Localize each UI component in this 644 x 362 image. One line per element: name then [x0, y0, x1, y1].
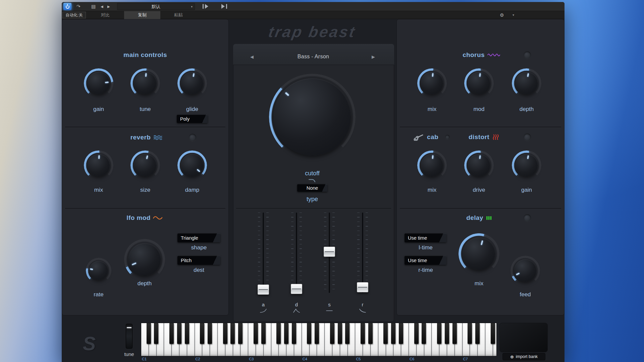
reverb-damp-knob[interactable]: [177, 150, 207, 180]
piano-black-key[interactable]: [200, 323, 204, 344]
tab-paste[interactable]: 粘贴: [168, 11, 189, 19]
glide-label: glide: [186, 106, 198, 113]
piano-black-key[interactable]: [284, 323, 288, 344]
piano-black-key[interactable]: [238, 323, 243, 344]
release-slider-handle[interactable]: [357, 282, 368, 292]
cutoff-knob[interactable]: [269, 74, 356, 160]
delay-enable-led[interactable]: [524, 214, 531, 222]
piano-black-key[interactable]: [208, 323, 212, 344]
piano-black-key[interactable]: [292, 323, 296, 344]
chorus-mod-label: mod: [473, 106, 484, 113]
chorus-mix-knob[interactable]: [417, 68, 447, 98]
toolbar-secondary: 自动化:关 对比 复制 粘贴 ⚙ ▾: [62, 11, 565, 19]
fx-drive-knob[interactable]: [464, 150, 494, 180]
cab-guitar-icon: [412, 133, 425, 141]
chorus-mod-knob[interactable]: [464, 68, 494, 98]
chorus-enable-led[interactable]: [524, 51, 531, 59]
automation-toggle[interactable]: 自动化:关: [62, 12, 86, 18]
pitch-wheel[interactable]: [126, 324, 132, 349]
piano-black-key[interactable]: [147, 323, 151, 344]
patch-prev-button[interactable]: ◀: [250, 54, 254, 59]
piano-black-key[interactable]: [338, 323, 342, 344]
piano-black-key[interactable]: [315, 323, 319, 344]
shape-dropdown[interactable]: Triangle: [177, 233, 220, 242]
import-bank-button[interactable]: ⊕ import bank: [502, 353, 545, 360]
gear-icon[interactable]: ⚙: [500, 11, 504, 19]
io-forward-button[interactable]: [203, 4, 212, 9]
ltime-dropdown[interactable]: Use time: [405, 233, 446, 242]
next-preset-icon[interactable]: ▶: [107, 2, 110, 11]
sustain-slider-handle[interactable]: [324, 247, 335, 257]
piano-black-key[interactable]: [399, 323, 403, 344]
reverb-mix-knob[interactable]: [84, 150, 113, 180]
chorus-depth-knob[interactable]: [512, 68, 541, 98]
lfo-rate-knob[interactable]: [86, 258, 111, 283]
tab-compare[interactable]: 对比: [95, 11, 115, 19]
piano-black-key[interactable]: [230, 323, 235, 344]
piano-keyboard[interactable]: [141, 323, 497, 356]
piano-black-key[interactable]: [169, 323, 174, 344]
piano-black-key[interactable]: [368, 323, 373, 344]
chevron-down-icon[interactable]: ▾: [513, 11, 514, 19]
piano-black-key[interactable]: [261, 323, 266, 344]
piano-black-key[interactable]: [307, 323, 311, 344]
piano-black-key[interactable]: [276, 323, 281, 344]
io-end-button[interactable]: [221, 4, 231, 9]
delay-mix-knob[interactable]: [459, 233, 499, 274]
rtime-dropdown[interactable]: Use time: [405, 256, 446, 265]
glide-knob[interactable]: [177, 68, 207, 98]
fx-mix-knob[interactable]: [417, 150, 447, 180]
automation-curve-icon[interactable]: ↷: [76, 2, 80, 11]
piano-black-key[interactable]: [383, 323, 388, 344]
dest-dropdown[interactable]: Pitch: [177, 256, 220, 265]
piano-black-key[interactable]: [437, 323, 441, 344]
filter-type-value: None: [307, 185, 318, 191]
piano-black-key[interactable]: [391, 323, 395, 344]
release-slider-track[interactable]: [362, 213, 363, 293]
distort-enable-led[interactable]: [524, 133, 531, 141]
glide-mode-dropdown[interactable]: Poly: [177, 115, 208, 123]
fx-gain-knob[interactable]: [512, 150, 541, 180]
piano-black-key[interactable]: [254, 323, 258, 344]
knob-tick: [83, 150, 114, 181]
preset-dropdown[interactable]: 默认 ▾: [117, 3, 195, 10]
filter-type-dropdown[interactable]: None: [297, 184, 327, 192]
tab-copy[interactable]: 复制: [124, 11, 160, 19]
piano-black-key[interactable]: [452, 323, 457, 344]
patch-next-button[interactable]: ▶: [372, 54, 375, 59]
decay-slider-track[interactable]: [296, 213, 297, 293]
piano-black-key[interactable]: [361, 323, 365, 344]
piano-black-key[interactable]: [422, 323, 426, 344]
reverb-enable-led[interactable]: [189, 134, 196, 141]
reverb-size-knob[interactable]: [130, 150, 160, 180]
tune-knob[interactable]: [130, 68, 160, 98]
knob-tick: [416, 149, 448, 181]
lfo-wave-icon: [153, 216, 163, 220]
piano-black-key[interactable]: [445, 323, 449, 344]
preset-list-icon[interactable]: ▤: [91, 2, 96, 11]
lfo-depth-knob[interactable]: [124, 239, 165, 280]
piano-black-key[interactable]: [185, 323, 189, 344]
tune-wheel-label: tune: [124, 351, 134, 357]
delay-feed-knob[interactable]: [511, 256, 540, 285]
power-button[interactable]: [63, 3, 71, 10]
prev-preset-icon[interactable]: ◀: [101, 2, 103, 11]
attack-slider-track[interactable]: [263, 213, 264, 293]
gain-knob[interactable]: [84, 68, 113, 98]
piano-black-key[interactable]: [223, 323, 227, 344]
cab-enable-led[interactable]: [445, 135, 450, 139]
piano-black-key[interactable]: [154, 323, 158, 344]
piano-black-key[interactable]: [414, 323, 419, 344]
knob-tick: [83, 67, 114, 99]
attack-slider-handle[interactable]: [258, 285, 269, 295]
delay-feed-label: feed: [520, 291, 531, 298]
piano-black-key[interactable]: [475, 323, 480, 344]
piano-black-key[interactable]: [330, 323, 334, 344]
decay-slider-handle[interactable]: [291, 284, 302, 294]
piano-black-key[interactable]: [468, 323, 472, 344]
piano-black-key[interactable]: [491, 323, 495, 344]
piano-black-key[interactable]: [177, 323, 181, 344]
slider-ticks: [266, 213, 269, 293]
patch-name[interactable]: Bass - Arson: [298, 54, 329, 60]
piano-black-key[interactable]: [345, 323, 350, 344]
